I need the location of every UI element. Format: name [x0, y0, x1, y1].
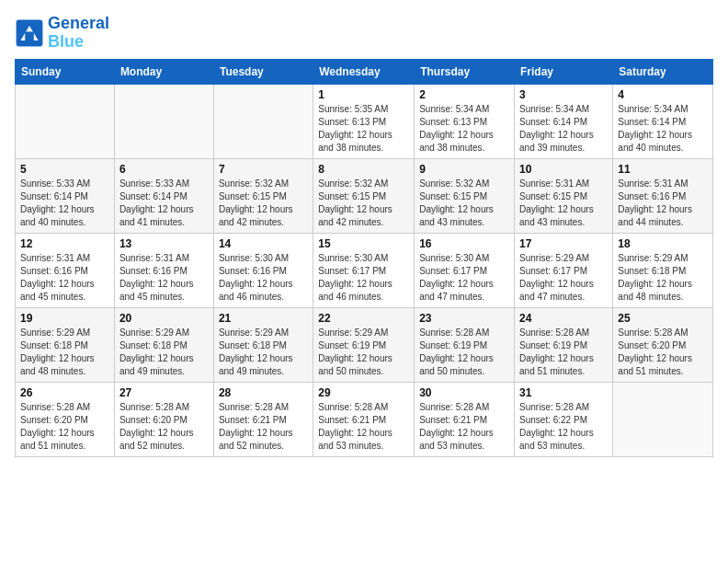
- day-info: Sunrise: 5:34 AMSunset: 6:14 PMDaylight:…: [618, 103, 708, 155]
- day-info: Sunrise: 5:34 AMSunset: 6:13 PMDaylight:…: [419, 103, 509, 155]
- calendar-cell: 16Sunrise: 5:30 AMSunset: 6:17 PMDayligh…: [415, 233, 515, 307]
- day-info: Sunrise: 5:32 AMSunset: 6:15 PMDaylight:…: [419, 178, 509, 229]
- day-number: 6: [119, 163, 209, 176]
- calendar-cell: 9Sunrise: 5:32 AMSunset: 6:15 PMDaylight…: [415, 158, 515, 233]
- day-number: 2: [419, 88, 509, 101]
- day-number: 26: [20, 386, 109, 399]
- day-number: 14: [219, 237, 308, 250]
- day-number: 24: [519, 312, 608, 325]
- day-header-tuesday: Tuesday: [213, 59, 313, 84]
- calendar-cell: 11Sunrise: 5:31 AMSunset: 6:16 PMDayligh…: [613, 158, 713, 233]
- day-info: Sunrise: 5:28 AMSunset: 6:21 PMDaylight:…: [318, 401, 409, 453]
- day-info: Sunrise: 5:28 AMSunset: 6:19 PMDaylight:…: [519, 327, 608, 378]
- day-info: Sunrise: 5:28 AMSunset: 6:20 PMDaylight:…: [119, 401, 209, 453]
- page-header: General Blue: [15, 15, 713, 52]
- day-info: Sunrise: 5:28 AMSunset: 6:22 PMDaylight:…: [519, 401, 608, 453]
- calendar-cell: 31Sunrise: 5:28 AMSunset: 6:22 PMDayligh…: [515, 382, 613, 456]
- day-number: 25: [618, 312, 708, 325]
- calendar-cell: 22Sunrise: 5:29 AMSunset: 6:19 PMDayligh…: [313, 307, 415, 382]
- day-number: 28: [219, 386, 308, 399]
- day-number: 29: [318, 386, 409, 399]
- calendar-cell: 29Sunrise: 5:28 AMSunset: 6:21 PMDayligh…: [313, 382, 415, 456]
- calendar-cell: 24Sunrise: 5:28 AMSunset: 6:19 PMDayligh…: [515, 307, 613, 382]
- day-info: Sunrise: 5:29 AMSunset: 6:18 PMDaylight:…: [20, 327, 109, 378]
- calendar-cell: [613, 382, 713, 456]
- calendar-cell: 10Sunrise: 5:31 AMSunset: 6:15 PMDayligh…: [515, 158, 613, 233]
- day-info: Sunrise: 5:29 AMSunset: 6:17 PMDaylight:…: [519, 252, 608, 304]
- day-info: Sunrise: 5:33 AMSunset: 6:14 PMDaylight:…: [20, 178, 109, 229]
- calendar-cell: 20Sunrise: 5:29 AMSunset: 6:18 PMDayligh…: [114, 307, 213, 382]
- day-info: Sunrise: 5:30 AMSunset: 6:16 PMDaylight:…: [219, 252, 308, 304]
- week-row-4: 19Sunrise: 5:29 AMSunset: 6:18 PMDayligh…: [16, 307, 713, 382]
- day-header-sunday: Sunday: [16, 59, 115, 84]
- calendar-cell: 17Sunrise: 5:29 AMSunset: 6:17 PMDayligh…: [515, 233, 613, 307]
- day-number: 9: [419, 163, 509, 176]
- day-header-monday: Monday: [114, 59, 213, 84]
- day-info: Sunrise: 5:29 AMSunset: 6:18 PMDaylight:…: [618, 252, 708, 304]
- day-number: 8: [318, 163, 409, 176]
- day-info: Sunrise: 5:31 AMSunset: 6:16 PMDaylight:…: [618, 178, 708, 229]
- day-number: 12: [20, 237, 109, 250]
- days-header-row: SundayMondayTuesdayWednesdayThursdayFrid…: [16, 59, 713, 84]
- calendar-cell: 21Sunrise: 5:29 AMSunset: 6:18 PMDayligh…: [213, 307, 313, 382]
- day-number: 19: [20, 312, 109, 325]
- day-info: Sunrise: 5:33 AMSunset: 6:14 PMDaylight:…: [119, 178, 209, 229]
- calendar-cell: [114, 84, 213, 158]
- calendar-cell: [16, 84, 115, 158]
- day-info: Sunrise: 5:34 AMSunset: 6:14 PMDaylight:…: [519, 103, 608, 155]
- day-number: 11: [618, 163, 708, 176]
- calendar-cell: 5Sunrise: 5:33 AMSunset: 6:14 PMDaylight…: [16, 158, 115, 233]
- day-number: 15: [318, 237, 409, 250]
- calendar-cell: 7Sunrise: 5:32 AMSunset: 6:15 PMDaylight…: [213, 158, 313, 233]
- calendar-cell: 23Sunrise: 5:28 AMSunset: 6:19 PMDayligh…: [415, 307, 515, 382]
- calendar-cell: 13Sunrise: 5:31 AMSunset: 6:16 PMDayligh…: [114, 233, 213, 307]
- day-number: 31: [519, 386, 608, 399]
- calendar-cell: 4Sunrise: 5:34 AMSunset: 6:14 PMDaylight…: [613, 84, 713, 158]
- logo-icon: [15, 18, 44, 48]
- week-row-1: 1Sunrise: 5:35 AMSunset: 6:13 PMDaylight…: [16, 84, 713, 158]
- calendar-cell: 30Sunrise: 5:28 AMSunset: 6:21 PMDayligh…: [415, 382, 515, 456]
- day-info: Sunrise: 5:28 AMSunset: 6:19 PMDaylight:…: [419, 327, 509, 378]
- day-number: 4: [618, 88, 708, 101]
- calendar-cell: 26Sunrise: 5:28 AMSunset: 6:20 PMDayligh…: [16, 382, 115, 456]
- day-number: 5: [20, 163, 109, 176]
- day-info: Sunrise: 5:28 AMSunset: 6:20 PMDaylight:…: [20, 401, 109, 453]
- calendar-cell: 6Sunrise: 5:33 AMSunset: 6:14 PMDaylight…: [114, 158, 213, 233]
- day-header-friday: Friday: [515, 59, 613, 84]
- svg-rect-2: [25, 31, 34, 40]
- calendar-cell: [213, 84, 313, 158]
- calendar-cell: 12Sunrise: 5:31 AMSunset: 6:16 PMDayligh…: [16, 233, 115, 307]
- day-number: 30: [419, 386, 509, 399]
- calendar-cell: 2Sunrise: 5:34 AMSunset: 6:13 PMDaylight…: [415, 84, 515, 158]
- day-info: Sunrise: 5:31 AMSunset: 6:16 PMDaylight:…: [119, 252, 209, 304]
- logo-text: General Blue: [48, 15, 109, 52]
- day-number: 23: [419, 312, 509, 325]
- calendar-cell: 1Sunrise: 5:35 AMSunset: 6:13 PMDaylight…: [313, 84, 415, 158]
- day-info: Sunrise: 5:32 AMSunset: 6:15 PMDaylight:…: [318, 178, 409, 229]
- day-info: Sunrise: 5:30 AMSunset: 6:17 PMDaylight:…: [419, 252, 509, 304]
- day-header-wednesday: Wednesday: [313, 59, 415, 84]
- day-number: 10: [519, 163, 608, 176]
- day-info: Sunrise: 5:35 AMSunset: 6:13 PMDaylight:…: [318, 103, 409, 155]
- day-number: 27: [119, 386, 209, 399]
- day-number: 20: [119, 312, 209, 325]
- day-number: 13: [119, 237, 209, 250]
- day-number: 18: [618, 237, 708, 250]
- day-info: Sunrise: 5:29 AMSunset: 6:18 PMDaylight:…: [119, 327, 209, 378]
- calendar-cell: 18Sunrise: 5:29 AMSunset: 6:18 PMDayligh…: [613, 233, 713, 307]
- calendar-cell: 14Sunrise: 5:30 AMSunset: 6:16 PMDayligh…: [213, 233, 313, 307]
- calendar-cell: 8Sunrise: 5:32 AMSunset: 6:15 PMDaylight…: [313, 158, 415, 233]
- day-info: Sunrise: 5:28 AMSunset: 6:21 PMDaylight:…: [219, 401, 308, 453]
- day-info: Sunrise: 5:31 AMSunset: 6:16 PMDaylight:…: [20, 252, 109, 304]
- logo: General Blue: [15, 15, 109, 52]
- calendar-table: SundayMondayTuesdayWednesdayThursdayFrid…: [15, 59, 713, 457]
- day-info: Sunrise: 5:28 AMSunset: 6:21 PMDaylight:…: [419, 401, 509, 453]
- day-info: Sunrise: 5:28 AMSunset: 6:20 PMDaylight:…: [618, 327, 708, 378]
- calendar-cell: 27Sunrise: 5:28 AMSunset: 6:20 PMDayligh…: [114, 382, 213, 456]
- day-number: 3: [519, 88, 608, 101]
- calendar-cell: 28Sunrise: 5:28 AMSunset: 6:21 PMDayligh…: [213, 382, 313, 456]
- calendar-cell: 3Sunrise: 5:34 AMSunset: 6:14 PMDaylight…: [515, 84, 613, 158]
- day-number: 16: [419, 237, 509, 250]
- day-number: 7: [219, 163, 308, 176]
- day-number: 21: [219, 312, 308, 325]
